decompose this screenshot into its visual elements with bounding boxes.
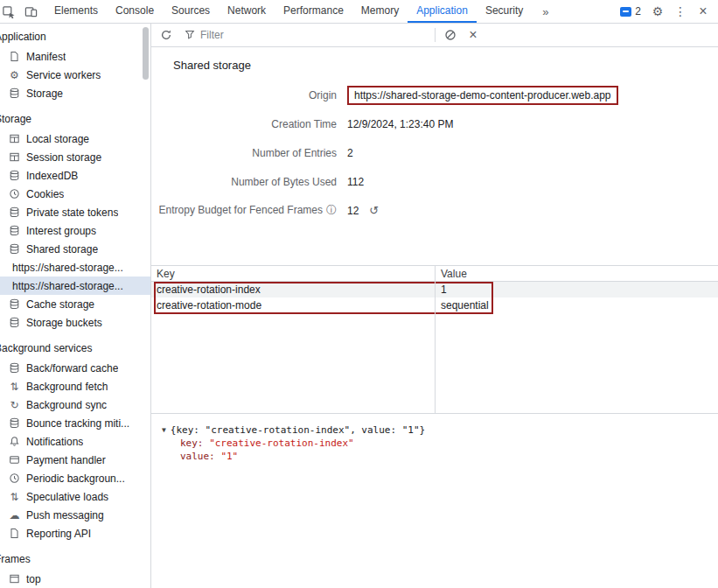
filter-box[interactable]	[185, 27, 429, 44]
tab-network[interactable]: Network	[219, 0, 275, 23]
sidebar-item-reporting-api[interactable]: Reporting API	[0, 524, 150, 542]
inspect-element-icon[interactable]	[0, 0, 19, 23]
devtools-tabbar: ElementsConsoleSourcesNetworkPerformance…	[0, 0, 718, 24]
sidebar-item-storage-buckets[interactable]: Storage buckets	[0, 313, 150, 332]
property-name: value:	[180, 451, 215, 462]
sidebar-item-session-storage[interactable]: Session storage	[0, 148, 150, 166]
cloud-icon: ☁	[8, 508, 21, 522]
settings-gear-icon[interactable]: ⚙	[646, 0, 669, 23]
sidebar-item-manifest[interactable]: Manifest	[0, 47, 150, 66]
preview-root-line: ▼{key: "creative-rotation-index", value:…	[162, 424, 718, 437]
sidebar-item-label: Cache storage	[26, 298, 94, 311]
page-title: Shared storage	[151, 47, 718, 72]
database-icon	[8, 416, 21, 430]
database-icon	[8, 316, 21, 329]
sidebar-item-service-workers[interactable]: ⚙Service workers	[0, 66, 150, 84]
entry-preview: ▼{key: "creative-rotation-index", value:…	[151, 414, 718, 463]
field-row-creation-time: Creation Time 12/9/2024, 1:23:40 PM	[151, 109, 718, 138]
expand-triangle-icon[interactable]: ▼	[162, 426, 166, 434]
device-toolbar-icon[interactable]	[19, 0, 42, 23]
sidebar-item-bounce-tracking-miti[interactable]: Bounce tracking miti...	[0, 414, 150, 432]
key-cell: creative-rotation-mode	[151, 299, 435, 312]
tab-console[interactable]: Console	[107, 0, 163, 23]
sidebar-item-push-messaging[interactable]: ☁Push messaging	[0, 506, 150, 524]
sidebar-item-background-sync[interactable]: ↻Background sync	[0, 396, 150, 414]
info-icon[interactable]: ⓘ	[326, 204, 337, 216]
sidebar-item-notifications[interactable]: Notifications	[0, 432, 150, 451]
sidebar-item-storage[interactable]: Storage	[0, 84, 150, 102]
tab-performance[interactable]: Performance	[275, 0, 352, 23]
field-value-bytes-used: 112	[347, 176, 364, 188]
sidebar-item-label: Storage buckets	[26, 317, 102, 329]
sidebar-item-label: Notifications	[26, 436, 83, 448]
tab-memory[interactable]: Memory	[352, 0, 408, 23]
sidebar-item-label: Storage	[26, 88, 63, 100]
sidebar-section-storage: Storage	[0, 111, 150, 128]
table-icon	[8, 150, 21, 164]
more-options-icon[interactable]: ⋮	[669, 0, 692, 23]
sidebar-item-cookies[interactable]: Cookies	[0, 185, 150, 203]
field-value-number-of-entries: 2	[347, 147, 353, 159]
toolbar-divider	[435, 28, 436, 42]
column-header-value[interactable]: Value	[435, 268, 467, 280]
arrows-icon: ⇅	[8, 380, 21, 393]
field-row-entropy-budget: Entropy Budget for Fenced Framesⓘ 12↺	[151, 196, 718, 225]
clock-icon	[8, 472, 21, 485]
key-cell: creative-rotation-index	[151, 284, 435, 296]
sidebar-item-label: Payment handler	[26, 454, 106, 466]
delete-selected-icon[interactable]: ×	[462, 24, 484, 46]
sidebar-item-label: Back/forward cache	[26, 362, 118, 374]
database-icon	[8, 206, 21, 219]
sidebar-item-shared-storage[interactable]: Shared storage	[0, 240, 150, 258]
value-cell: 1	[435, 284, 447, 296]
sidebar-item-https-shared-storage[interactable]: https://shared-storage...	[0, 258, 150, 276]
table-icon	[8, 132, 21, 145]
field-row-number-of-entries: Number of Entries 2	[151, 138, 718, 167]
close-devtools-icon[interactable]: ×	[692, 0, 715, 23]
sidebar-item-background-fetch[interactable]: ⇅Background fetch	[0, 377, 150, 396]
tab-security[interactable]: Security	[477, 0, 532, 23]
block-clear-icon[interactable]	[439, 24, 462, 46]
tab-application[interactable]: Application	[408, 0, 477, 23]
filter-input[interactable]	[200, 29, 429, 41]
sidebar-item-label: Background sync	[26, 399, 107, 411]
sidebar-item-top[interactable]: top	[0, 570, 150, 588]
devtools-body: ApplicationManifest⚙Service workersStora…	[0, 24, 718, 588]
sidebar-item-indexeddb[interactable]: IndexedDB	[0, 166, 150, 185]
sidebar-item-payment-handler[interactable]: Payment handler	[0, 451, 150, 469]
sidebar-item-label: Reporting API	[26, 528, 91, 540]
column-header-key[interactable]: Key	[151, 268, 435, 280]
sidebar-scrollbar[interactable]	[143, 27, 149, 80]
more-tabs-button[interactable]: »	[542, 5, 548, 18]
sidebar-item-local-storage[interactable]: Local storage	[0, 130, 150, 148]
refresh-icon[interactable]	[155, 24, 178, 46]
tabs: ElementsConsoleSourcesNetworkPerformance…	[45, 0, 532, 23]
tab-elements[interactable]: Elements	[45, 0, 107, 23]
frame-icon	[8, 572, 21, 585]
tab-sources[interactable]: Sources	[163, 0, 219, 23]
panel-content: Shared storage Origin https://shared-sto…	[151, 47, 718, 588]
sidebar-item-label: IndexedDB	[26, 170, 78, 182]
sidebar-item-interest-groups[interactable]: Interest groups	[0, 221, 150, 240]
sidebar-item-https-shared-storage[interactable]: https://shared-storage...	[0, 276, 150, 295]
sidebar-item-periodic-backgroun[interactable]: Periodic backgroun...	[0, 469, 150, 487]
property-name: key:	[180, 438, 204, 449]
sidebar-section-application: Application	[0, 29, 150, 46]
preview-entry-key: key: "creative-rotation-index"	[162, 437, 718, 450]
document-icon	[8, 527, 21, 540]
sidebar-item-label: https://shared-storage...	[12, 262, 123, 274]
document-icon	[8, 50, 21, 63]
shared-storage-table: Key Value creative-rotation-index1creati…	[151, 265, 718, 414]
devtools-window: ElementsConsoleSourcesNetworkPerformance…	[0, 0, 718, 588]
reset-budget-icon[interactable]: ↺	[369, 204, 379, 217]
sidebar-item-cache-storage[interactable]: Cache storage	[0, 295, 150, 313]
sidebar-item-back-forward-cache[interactable]: Back/forward cache	[0, 359, 150, 377]
field-row-origin: Origin https://shared-storage-demo-conte…	[151, 80, 718, 109]
sidebar-item-private-state-tokens[interactable]: Private state tokens	[0, 203, 150, 221]
metadata-fields: Origin https://shared-storage-demo-conte…	[151, 80, 718, 225]
sidebar-item-label: Background fetch	[26, 381, 108, 393]
field-label-number-of-entries: Number of Entries	[151, 147, 337, 159]
issues-count-badge[interactable]: 2	[615, 5, 646, 18]
sidebar-item-speculative-loads[interactable]: ⇅Speculative loads	[0, 487, 150, 506]
annotation-origin-box: https://shared-storage-demo-content-prod…	[347, 86, 618, 105]
